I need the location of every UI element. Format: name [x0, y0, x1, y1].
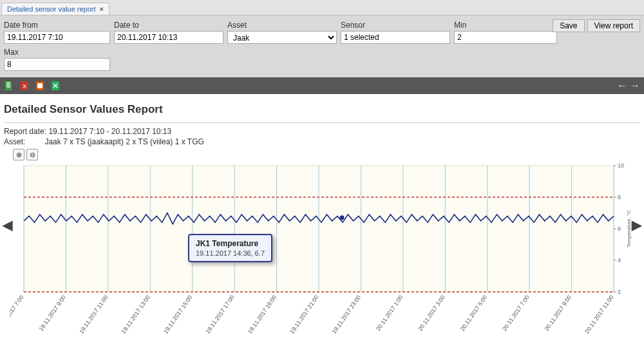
svg-text:19.11.2017 7:00: 19.11.2017 7:00: [10, 294, 25, 332]
date-to-label: Date to: [114, 21, 223, 30]
chart-next-icon[interactable]: ▶: [632, 217, 641, 233]
svg-text:8: 8: [618, 194, 621, 200]
toolbar-next-icon[interactable]: →: [630, 80, 640, 91]
asset-line: Asset: Jaak 7 x TS (jaakaapit) 2 x TS (v…: [4, 137, 640, 146]
svg-text:20.11.2017 1:00: 20.11.2017 1:00: [375, 294, 404, 332]
svg-text:20.11.2017 5:00: 20.11.2017 5:00: [459, 294, 489, 332]
svg-rect-1: [6, 82, 10, 84]
sensor-line-chart: 246810Temperature, °C19.11.2017 7:0019.1…: [10, 163, 634, 337]
svg-text:20.11.2017 9:00: 20.11.2017 9:00: [544, 294, 573, 332]
svg-point-38: [339, 215, 344, 220]
export-file-icon[interactable]: [4, 81, 14, 91]
chart-container: ◀ ▶ 246810Temperature, °C19.11.2017 7:00…: [4, 163, 640, 337]
svg-rect-3: [6, 86, 10, 88]
min-label: Min: [454, 21, 557, 30]
svg-text:19.11.2017 9:00: 19.11.2017 9:00: [38, 294, 68, 332]
svg-text:19.11.2017 19:00: 19.11.2017 19:00: [247, 294, 278, 334]
save-button[interactable]: Save: [553, 19, 584, 32]
zoom-in-button[interactable]: ⊕: [13, 149, 24, 160]
svg-text:2: 2: [618, 289, 621, 295]
svg-text:19.11.2017 23:00: 19.11.2017 23:00: [331, 294, 362, 334]
date-from-label: Date from: [4, 21, 110, 30]
svg-rect-2: [6, 84, 10, 86]
svg-text:19.11.2017 11:00: 19.11.2017 11:00: [78, 294, 109, 334]
page-title: Detailed Sensor Values Report: [4, 103, 640, 116]
report-date-line: Report date: 19.11.2017 7:10 - 20.11.201…: [4, 127, 640, 136]
sensor-label: Sensor: [341, 21, 450, 30]
asset-line-value: Jaak 7 x TS (jaakaapit) 2 x TS (viilea) …: [44, 137, 204, 146]
asset-select[interactable]: Jaak: [227, 31, 337, 44]
tab-label: Detailed sensor value report: [7, 5, 96, 13]
date-to-input[interactable]: [114, 31, 223, 44]
max-label: Max: [4, 48, 110, 57]
chart-tooltip: JK1 Temperature 19.11.2017 14:36, 6.7: [188, 234, 272, 262]
svg-text:6: 6: [618, 226, 621, 232]
asset-line-label: Asset:: [4, 137, 25, 146]
svg-text:20.11.2017 3:00: 20.11.2017 3:00: [417, 294, 446, 332]
svg-text:19.11.2017 15:00: 19.11.2017 15:00: [162, 294, 193, 334]
svg-text:20.11.2017 7:00: 20.11.2017 7:00: [501, 294, 531, 332]
zoom-out-button[interactable]: ⊖: [26, 149, 38, 160]
tooltip-value: 19.11.2017 14:36, 6.7: [196, 249, 265, 257]
toolbar-prev-icon[interactable]: ←: [617, 80, 627, 91]
export-csv-icon[interactable]: [50, 81, 61, 91]
tab-detailed-sensor-report[interactable]: Detailed sensor value report ×: [1, 3, 109, 15]
view-report-button[interactable]: View report: [587, 19, 640, 32]
close-icon[interactable]: ×: [100, 5, 104, 13]
date-from-input[interactable]: [4, 31, 110, 44]
filter-panel: Date from Date to Asset Jaak Sensor Min …: [0, 15, 644, 77]
svg-text:19.11.2017 17:00: 19.11.2017 17:00: [204, 294, 235, 334]
sensor-input[interactable]: [341, 31, 450, 44]
svg-text:4: 4: [618, 257, 621, 264]
export-pdf-icon[interactable]: [35, 81, 45, 91]
export-excel-icon[interactable]: X: [19, 81, 30, 91]
svg-text:20.11.2017 11:00: 20.11.2017 11:00: [583, 294, 614, 334]
svg-text:10: 10: [618, 163, 624, 169]
svg-text:Temperature, °C: Temperature, °C: [626, 210, 632, 248]
min-input[interactable]: [454, 31, 557, 44]
tooltip-title: JK1 Temperature: [196, 239, 265, 248]
tab-bar: Detailed sensor value report ×: [0, 0, 644, 15]
report-content: Detailed Sensor Values Report Report dat…: [0, 94, 644, 337]
chart-prev-icon[interactable]: ◀: [3, 217, 12, 233]
report-toolbar: X ← →: [0, 77, 644, 94]
svg-text:19.11.2017 21:00: 19.11.2017 21:00: [289, 294, 319, 334]
svg-rect-7: [37, 83, 43, 88]
asset-label: Asset: [227, 21, 337, 30]
svg-text:X: X: [23, 83, 26, 90]
svg-text:19.11.2017 13:00: 19.11.2017 13:00: [120, 294, 151, 334]
max-input[interactable]: [4, 58, 110, 71]
